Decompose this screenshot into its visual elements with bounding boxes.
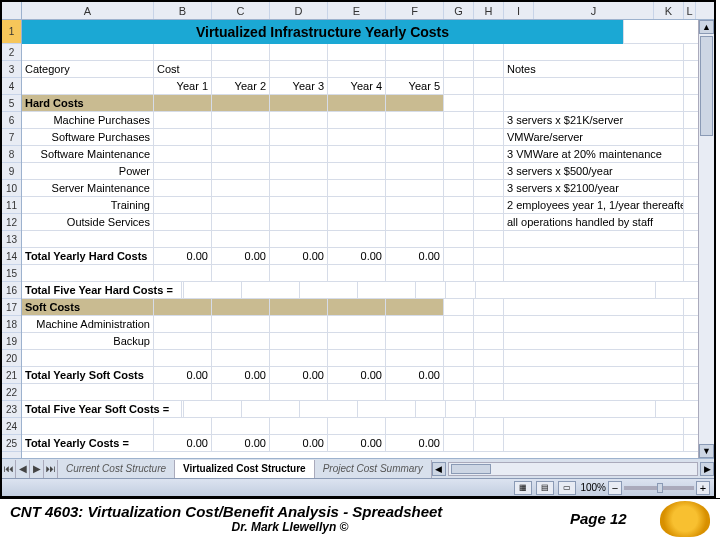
header-category[interactable]: Category (22, 61, 154, 77)
row-header[interactable]: 25 (2, 435, 21, 452)
section-hard-costs[interactable]: Hard Costs (22, 95, 154, 111)
section-soft-costs[interactable]: Soft Costs (22, 299, 154, 315)
note-cell[interactable]: 3 servers x $21K/server (504, 112, 684, 128)
column-headers: A B C D E F G H I J K L (2, 2, 714, 20)
row-header[interactable]: 24 (2, 418, 21, 435)
view-normal-icon[interactable]: ▦ (514, 481, 532, 495)
row-header[interactable]: 3 (2, 61, 21, 78)
col-header-B[interactable]: B (154, 2, 212, 19)
row-header[interactable]: 11 (2, 197, 21, 214)
row-header[interactable]: 18 (2, 316, 21, 333)
col-header-K[interactable]: K (654, 2, 684, 19)
col-header-D[interactable]: D (270, 2, 328, 19)
hscroll-left-icon[interactable]: ◀ (432, 462, 446, 476)
sheet-tab[interactable]: Current Cost Structure (58, 460, 175, 478)
col-header-A[interactable]: A (22, 2, 154, 19)
note-cell[interactable]: VMWare/server (504, 129, 684, 145)
scroll-thumb[interactable] (451, 464, 491, 474)
total-row[interactable]: Total Five Year Soft Costs = (22, 401, 182, 417)
row-header[interactable]: 23 (2, 401, 21, 418)
row-header[interactable]: 16 (2, 282, 21, 299)
line-item[interactable]: Software Purchases (22, 129, 154, 145)
col-header-I[interactable]: I (504, 2, 534, 19)
header-cost[interactable]: Cost (154, 61, 212, 77)
col-header-H[interactable]: H (474, 2, 504, 19)
line-item[interactable]: Power (22, 163, 154, 179)
row-header[interactable]: 5 (2, 95, 21, 112)
zoom-slider[interactable] (624, 486, 694, 490)
total-row[interactable]: Total Five Year Hard Costs = (22, 282, 182, 298)
year-label[interactable]: Year 4 (328, 78, 386, 94)
line-item[interactable]: Server Maintenance (22, 180, 154, 196)
view-break-icon[interactable]: ▭ (558, 481, 576, 495)
row-header[interactable]: 12 (2, 214, 21, 231)
row-header[interactable]: 8 (2, 146, 21, 163)
row-header[interactable]: 14 (2, 248, 21, 265)
zoom-control: 100% − + (580, 481, 710, 495)
footer-title: CNT 4603: Virtualization Cost/Benefit An… (10, 503, 570, 520)
note-cell[interactable]: all operations handled by staff (504, 214, 684, 230)
note-cell[interactable]: 3 servers x $2100/year (504, 180, 684, 196)
line-item[interactable]: Software Maintenance (22, 146, 154, 162)
tab-first-icon[interactable]: ⏮ (2, 460, 16, 478)
col-header-G[interactable]: G (444, 2, 474, 19)
row-header[interactable]: 9 (2, 163, 21, 180)
slide-footer: CNT 4603: Virtualization Cost/Benefit An… (0, 498, 720, 538)
zoom-in-icon[interactable]: + (696, 481, 710, 495)
total-row[interactable]: Total Yearly Costs = (22, 435, 154, 451)
note-cell[interactable]: 3 VMWare at 20% maintenance (504, 146, 684, 162)
zoom-out-icon[interactable]: − (608, 481, 622, 495)
col-header-C[interactable]: C (212, 2, 270, 19)
view-layout-icon[interactable]: ▤ (536, 481, 554, 495)
status-bar: ▦ ▤ ▭ 100% − + (2, 478, 714, 496)
scroll-up-icon[interactable]: ▲ (699, 20, 714, 34)
line-item[interactable]: Outside Services (22, 214, 154, 230)
tab-last-icon[interactable]: ⏭ (44, 460, 58, 478)
row-header[interactable]: 7 (2, 129, 21, 146)
row-header[interactable]: 21 (2, 367, 21, 384)
col-header-J[interactable]: J (534, 2, 654, 19)
select-all-corner[interactable] (2, 2, 22, 19)
year-label[interactable]: Year 5 (386, 78, 444, 94)
year-label[interactable]: Year 3 (270, 78, 328, 94)
row-header[interactable]: 22 (2, 384, 21, 401)
line-item[interactable]: Training (22, 197, 154, 213)
note-cell[interactable]: 3 servers x $500/year (504, 163, 684, 179)
line-item[interactable]: Machine Administration (22, 316, 154, 332)
note-cell[interactable]: 2 employees year 1, 1/year thereafter (504, 197, 684, 213)
row-header[interactable]: 6 (2, 112, 21, 129)
hscroll-right-icon[interactable]: ▶ (700, 462, 714, 476)
header-notes[interactable]: Notes (504, 61, 684, 77)
row-header[interactable]: 2 (2, 44, 21, 61)
row-header[interactable]: 1 (2, 20, 21, 44)
year-label[interactable]: Year 1 (154, 78, 212, 94)
footer-author: Dr. Mark Llewellyn © (10, 520, 570, 534)
scroll-thumb[interactable] (700, 36, 713, 136)
cells-area[interactable]: Virtualized Infrastructure Yearly Costs … (22, 20, 714, 460)
total-row[interactable]: Total Yearly Soft Costs (22, 367, 154, 383)
row-header[interactable]: 17 (2, 299, 21, 316)
row-header[interactable]: 20 (2, 350, 21, 367)
col-header-L[interactable]: L (684, 2, 696, 19)
row-header[interactable]: 10 (2, 180, 21, 197)
sheet-tab-active[interactable]: Virtualized Cost Structure (175, 460, 315, 478)
total-row[interactable]: Total Yearly Hard Costs (22, 248, 154, 264)
row-header[interactable]: 4 (2, 78, 21, 95)
zoom-level: 100% (580, 482, 606, 493)
tab-next-icon[interactable]: ▶ (30, 460, 44, 478)
line-item[interactable]: Backup (22, 333, 154, 349)
scroll-down-icon[interactable]: ▼ (699, 444, 714, 458)
tab-prev-icon[interactable]: ◀ (16, 460, 30, 478)
row-header[interactable]: 15 (2, 265, 21, 282)
zoom-thumb[interactable] (657, 483, 663, 493)
horizontal-scrollbar[interactable] (448, 462, 698, 476)
year-label[interactable]: Year 2 (212, 78, 270, 94)
line-item[interactable]: Machine Purchases (22, 112, 154, 128)
col-header-F[interactable]: F (386, 2, 444, 19)
row-header[interactable]: 13 (2, 231, 21, 248)
vertical-scrollbar[interactable]: ▲ ▼ (698, 20, 714, 458)
col-header-E[interactable]: E (328, 2, 386, 19)
sheet-title[interactable]: Virtualized Infrastructure Yearly Costs (22, 20, 624, 44)
sheet-tab[interactable]: Project Cost Summary (315, 460, 432, 478)
row-header[interactable]: 19 (2, 333, 21, 350)
